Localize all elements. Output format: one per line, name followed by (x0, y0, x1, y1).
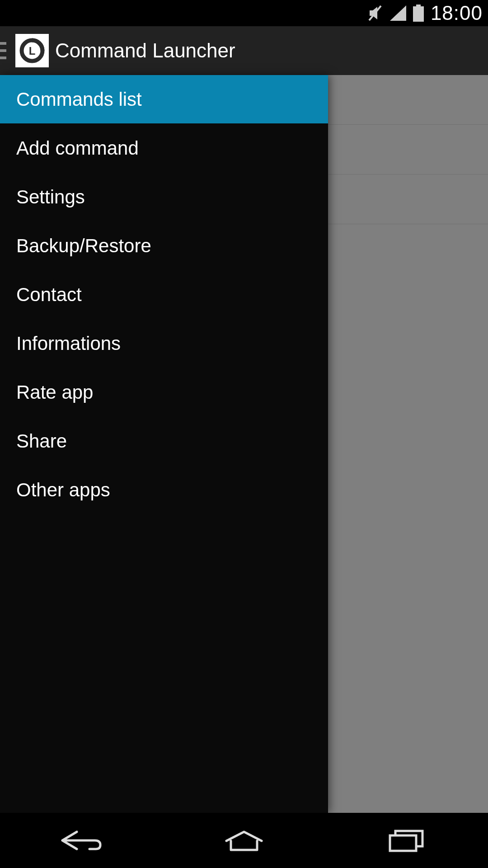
svg-rect-2 (413, 6, 424, 22)
drawer-item-contact[interactable]: Contact (0, 270, 328, 319)
drawer-item-label: Share (16, 430, 67, 452)
signal-icon (390, 5, 406, 21)
mute-icon (367, 4, 384, 22)
drawer-item-label: Rate app (16, 382, 93, 403)
drawer-indicator-icon[interactable] (0, 26, 9, 75)
drawer-item-share[interactable]: Share (0, 417, 328, 466)
back-button[interactable] (54, 827, 108, 854)
drawer-item-label: Settings (16, 186, 85, 208)
drawer-item-label: Contact (16, 284, 82, 306)
drawer-item-rate-app[interactable]: Rate app (0, 368, 328, 417)
navigation-drawer: Commands list Add command Settings Backu… (0, 75, 328, 813)
drawer-item-backup-restore[interactable]: Backup/Restore (0, 222, 328, 270)
drawer-item-label: Backup/Restore (16, 235, 151, 257)
svg-rect-5 (390, 835, 416, 851)
content-area: Commands list Add command Settings Backu… (0, 75, 488, 813)
drawer-item-label: Other apps (16, 479, 110, 501)
drawer-item-label: Add command (16, 137, 139, 159)
drawer-item-label: Commands list (16, 89, 142, 110)
system-nav-bar (0, 813, 488, 868)
recent-apps-button[interactable] (380, 827, 434, 854)
svg-text:L: L (29, 45, 36, 57)
status-bar: 18:00 (0, 0, 488, 26)
action-bar: L Command Launcher (0, 26, 488, 75)
drawer-item-label: Informations (16, 333, 121, 354)
drawer-item-add-command[interactable]: Add command (0, 124, 328, 173)
drawer-item-other-apps[interactable]: Other apps (0, 466, 328, 514)
app-icon[interactable]: L (15, 34, 49, 67)
drawer-item-settings[interactable]: Settings (0, 173, 328, 222)
drawer-item-commands-list[interactable]: Commands list (0, 75, 328, 124)
svg-rect-1 (416, 5, 421, 6)
drawer-item-informations[interactable]: Informations (0, 319, 328, 368)
home-button[interactable] (217, 827, 271, 854)
app-title: Command Launcher (55, 39, 235, 62)
status-time: 18:00 (431, 2, 483, 24)
battery-icon (413, 5, 424, 22)
